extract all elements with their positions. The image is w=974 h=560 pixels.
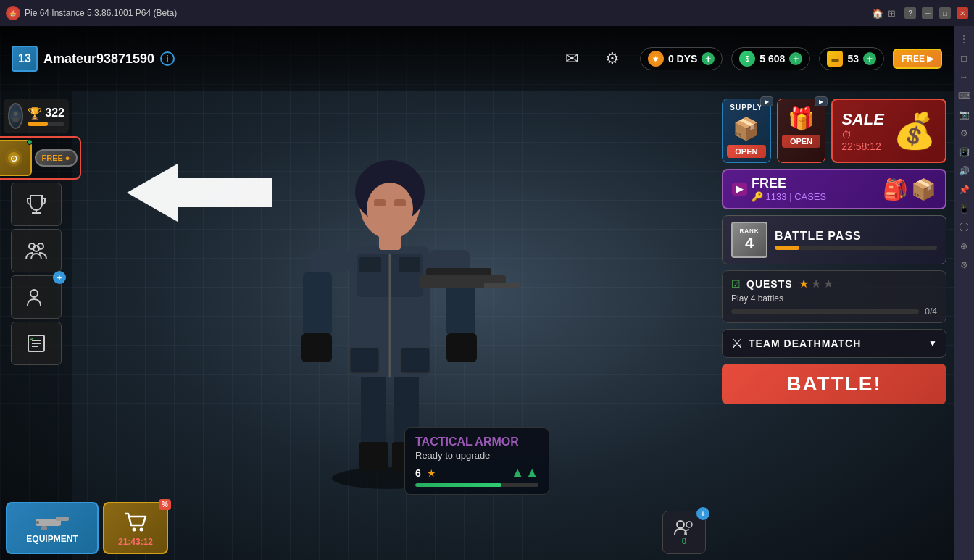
sys-icon-gear[interactable]: ⚙: [957, 258, 971, 272]
sys-icon-6[interactable]: ⚙: [957, 126, 971, 141]
sale-chest-icon: 💰: [893, 111, 936, 151]
supply-icon-2: 🎁: [783, 104, 819, 133]
currency-bar: ⚜ 0 DYS + $ 5 608 + ▬ 53 + FREE ▶: [640, 47, 942, 70]
case-icon-1: 🎒: [883, 177, 908, 201]
free-tag: FREE: [752, 176, 826, 191]
close-button[interactable]: ✕: [957, 7, 968, 19]
svg-point-50: [133, 528, 136, 532]
svg-rect-47: [56, 517, 69, 521]
mail-button[interactable]: ✉: [559, 46, 585, 72]
tac-star-1: ★: [427, 467, 436, 479]
quest-count: 0/4: [925, 306, 937, 317]
free-gold-button[interactable]: FREE ▶: [893, 49, 942, 69]
profile-icon[interactable]: [8, 103, 23, 129]
mode-selector[interactable]: ⚔ TEAM DEATHMATCH ▼: [722, 329, 946, 358]
dys-currency[interactable]: ⚜ 0 DYS +: [640, 47, 723, 70]
sale-banner[interactable]: SALE ⏱ 22:58:12 💰: [831, 99, 946, 163]
sys-icon-12[interactable]: ⊕: [957, 239, 971, 254]
quest-progress-row: 0/4: [731, 306, 937, 317]
cash-currency[interactable]: $ 5 608 +: [731, 47, 810, 70]
svg-point-11: [30, 290, 38, 297]
player-name: Amateur93871590: [43, 51, 154, 67]
free-cases-banner[interactable]: ▶ FREE 🔑 1133 | CASES 🎒 📦: [722, 169, 946, 209]
sys-icon-9[interactable]: 📌: [957, 183, 971, 197]
grid-icon[interactable]: ⊞: [888, 8, 896, 19]
cases-icons: 🎒 📦: [883, 177, 936, 201]
sys-icon-11[interactable]: ⛶: [957, 220, 971, 235]
sys-icon-2[interactable]: ◻: [957, 51, 971, 65]
video-tag: ▶: [732, 183, 747, 196]
free-mission-label: FREE: [42, 154, 63, 162]
quest-description: Play 4 battles: [731, 293, 937, 304]
friends-icon: [673, 519, 695, 536]
battle-button[interactable]: BATTLE!: [722, 364, 946, 404]
equipment-button[interactable]: EQUIPMENT: [6, 502, 99, 554]
home-icon[interactable]: 🏠: [872, 8, 883, 19]
sys-icon-4[interactable]: ⌨: [957, 88, 971, 103]
svg-rect-25: [310, 250, 350, 272]
info-button[interactable]: i: [160, 51, 175, 66]
battle-pass-card[interactable]: RANK 4 BATTLE PASS: [722, 215, 946, 264]
mode-name: TEAM DEATHMATCH: [749, 338, 928, 349]
supply-box-2[interactable]: ▶ 🎁 OPEN: [777, 99, 826, 163]
left-sidebar: 🏆 322 ⊙: [0, 91, 72, 560]
add-friend-button[interactable]: + 0: [662, 511, 706, 554]
svg-rect-42: [401, 348, 430, 373]
sys-icon-8[interactable]: 🔊: [957, 164, 971, 178]
free-mission-button[interactable]: FREE ●: [35, 149, 78, 167]
sys-icon-3[interactable]: ↔: [957, 70, 971, 84]
svg-rect-24: [399, 257, 420, 272]
bottom-buttons: EQUIPMENT % 21:43:12: [0, 496, 174, 560]
open-button-2[interactable]: OPEN: [782, 135, 821, 148]
level-badge: 13: [12, 46, 38, 72]
maximize-button[interactable]: □: [939, 7, 951, 19]
cash-icon: $: [739, 51, 755, 67]
shop-button[interactable]: % 21:43:12: [103, 502, 168, 554]
cash-add-button[interactable]: +: [789, 52, 802, 65]
sys-icon-1[interactable]: ⋮: [957, 32, 971, 46]
svg-point-51: [140, 528, 143, 532]
dys-add-button[interactable]: +: [702, 52, 715, 65]
sys-icon-10[interactable]: 📱: [957, 201, 971, 216]
tactical-armor-popup[interactable]: TACTICAL ARMOR Ready to upgrade 6 ★ ▲ ▲: [404, 427, 549, 495]
sys-icon-7[interactable]: 📳: [957, 145, 971, 159]
star-1: ★: [799, 277, 809, 291]
tactical-stars: ★: [427, 467, 436, 479]
star-2: ★: [811, 277, 821, 291]
free-cases-text: FREE 🔑 1133 | CASES: [752, 176, 826, 202]
supply-box-1[interactable]: ▶ SUPPLY 📦 OPEN: [722, 99, 771, 163]
supply-icon-1: 📦: [728, 114, 765, 143]
upgrade-arrows: ▲ ▲: [511, 465, 538, 480]
quests-card[interactable]: ☑ QUESTS ★ ★ ★ Play 4 battles 0/4: [722, 270, 946, 323]
nav-trophy-button[interactable]: [11, 183, 62, 226]
help-button[interactable]: ?: [904, 7, 916, 19]
tactical-stars-row: 6 ★ ▲ ▲: [415, 465, 538, 480]
window-controls: ? ─ □ ✕: [904, 7, 968, 19]
sale-timer: ⏱ 22:58:12: [841, 129, 884, 152]
dys-icon: ⚜: [648, 51, 664, 67]
add-icon-badge: +: [696, 507, 709, 520]
friends-section: +: [11, 275, 62, 319]
equipment-icon: [34, 513, 70, 531]
gold-add-button[interactable]: +: [863, 52, 876, 65]
sys-icon-5[interactable]: 📷: [957, 107, 971, 122]
checkbox-icon: ☑: [731, 278, 741, 290]
nav-missions-button[interactable]: [11, 322, 62, 365]
settings-button[interactable]: ⚙: [599, 46, 625, 72]
add-friend-area: + 0: [662, 511, 706, 554]
open-button-1[interactable]: OPEN: [727, 145, 766, 158]
add-friend-badge: +: [53, 271, 66, 284]
tactical-subtitle: Ready to upgrade: [415, 450, 538, 461]
nav-team-button[interactable]: [11, 229, 62, 272]
equipment-label: EQUIPMENT: [26, 534, 78, 544]
gold-currency[interactable]: ▬ 53 +: [819, 47, 884, 70]
rank-number: 4: [745, 234, 754, 253]
mission-section: ⊙ FREE ●: [0, 136, 81, 180]
svg-rect-33: [484, 283, 520, 288]
game-area: 13 Amateur93871590 i ✉ ⚙ ⚜ 0 DYS + $ 5 6…: [0, 26, 954, 560]
free-cases-content: ▶ FREE 🔑 1133 | CASES: [732, 176, 826, 202]
tactical-title: TACTICAL ARMOR: [415, 435, 538, 448]
minimize-button[interactable]: ─: [922, 7, 933, 19]
mission-icon[interactable]: ⊙: [0, 140, 32, 176]
dropdown-arrow-icon: ▼: [928, 338, 937, 348]
